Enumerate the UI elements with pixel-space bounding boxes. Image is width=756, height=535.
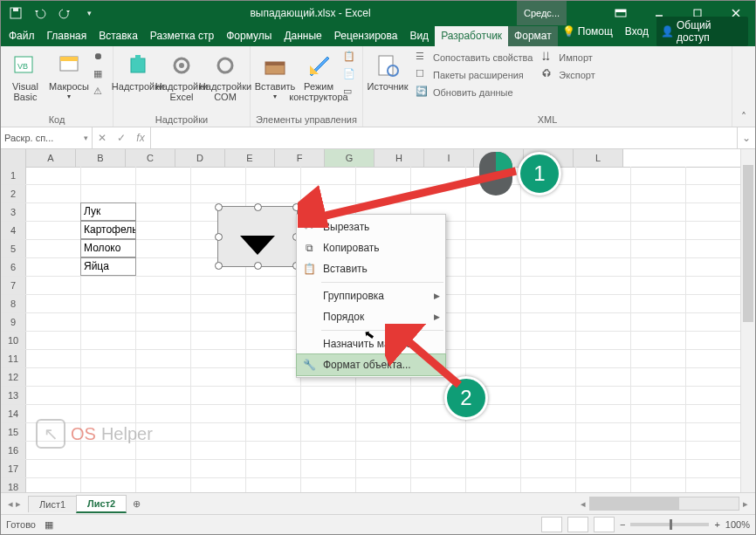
sheet-nav[interactable]: ◂ ▸ — [1, 498, 28, 510]
tab-layout[interactable]: Разметка стр — [144, 26, 220, 46]
cell[interactable] — [631, 295, 686, 312]
row-header[interactable]: 11 — [1, 350, 26, 367]
cell[interactable] — [301, 442, 356, 459]
cell[interactable] — [631, 222, 686, 239]
cell[interactable] — [576, 478, 631, 492]
qat-customize-icon[interactable]: ▾ — [79, 3, 99, 23]
cell[interactable] — [521, 277, 576, 294]
menu-item[interactable]: 🔧Формат объекта... — [297, 354, 445, 375]
resize-handle[interactable] — [254, 203, 262, 211]
cell[interactable] — [81, 350, 136, 367]
properties-button[interactable]: 📋 — [341, 50, 359, 65]
cell[interactable] — [136, 460, 191, 477]
cell[interactable] — [631, 185, 686, 202]
column-header[interactable]: H — [375, 149, 424, 167]
cell[interactable] — [576, 350, 631, 367]
cell[interactable] — [26, 387, 81, 404]
cell[interactable] — [136, 368, 191, 386]
cell[interactable] — [136, 313, 191, 331]
cell[interactable] — [521, 442, 576, 459]
cell[interactable] — [466, 350, 521, 367]
cell[interactable] — [81, 185, 136, 202]
cell[interactable] — [81, 332, 136, 349]
cell[interactable] — [301, 167, 356, 184]
collapse-ribbon-button[interactable]: ˄ — [732, 46, 755, 127]
cell[interactable] — [521, 295, 576, 312]
cell[interactable] — [411, 478, 466, 492]
cell[interactable] — [411, 185, 466, 202]
cell[interactable] — [521, 222, 576, 239]
row-header[interactable]: 16 — [1, 442, 26, 459]
relative-ref-button[interactable]: ▦ — [92, 67, 109, 83]
resize-handle[interactable] — [215, 233, 223, 241]
scrollbar-thumb[interactable] — [743, 165, 753, 322]
cell[interactable] — [191, 442, 246, 459]
page-layout-view-button[interactable] — [567, 517, 588, 532]
cell[interactable] — [246, 405, 301, 422]
column-header[interactable]: B — [76, 149, 126, 167]
cell[interactable] — [521, 460, 576, 477]
row-header[interactable]: 7 — [1, 277, 26, 294]
cell[interactable] — [631, 240, 686, 257]
cell[interactable] — [81, 277, 136, 294]
row-header[interactable]: 4 — [1, 222, 26, 239]
cell[interactable] — [356, 478, 411, 492]
cell[interactable] — [466, 332, 521, 349]
cell[interactable] — [136, 185, 191, 202]
cell[interactable] — [136, 258, 191, 276]
select-all-button[interactable] — [1, 149, 26, 167]
cell[interactable] — [521, 313, 576, 331]
cell[interactable] — [356, 423, 411, 441]
map-props-button[interactable]: ☰Сопоставить свойства — [414, 50, 534, 65]
cell[interactable]: Картофель — [80, 221, 136, 239]
cell[interactable] — [26, 368, 81, 386]
cell[interactable] — [246, 387, 301, 404]
import-button[interactable]: ⮇Импорт — [540, 50, 596, 65]
cell[interactable] — [466, 258, 521, 276]
cell[interactable] — [301, 405, 356, 422]
cell[interactable] — [521, 368, 576, 386]
cell[interactable] — [356, 442, 411, 459]
column-header[interactable]: G — [325, 149, 375, 167]
cell[interactable] — [246, 295, 301, 312]
cell[interactable] — [356, 387, 411, 404]
cell[interactable] — [411, 423, 466, 441]
cell[interactable] — [631, 368, 686, 386]
cell[interactable] — [466, 222, 521, 239]
tab-developer[interactable]: Разработчик — [435, 26, 508, 46]
cell[interactable] — [466, 460, 521, 477]
row-header[interactable]: 2 — [1, 185, 26, 202]
cell[interactable] — [576, 368, 631, 386]
menu-item[interactable]: ✂Вырезать — [297, 216, 445, 237]
cell[interactable] — [356, 405, 411, 422]
cell[interactable] — [191, 423, 246, 441]
row-header[interactable]: 13 — [1, 387, 26, 404]
visual-basic-button[interactable]: VB Visual Basic — [4, 48, 46, 102]
cell[interactable] — [136, 295, 191, 312]
cell[interactable] — [301, 460, 356, 477]
cell[interactable] — [26, 332, 81, 349]
com-addins-button[interactable]: Надстройки COM — [204, 48, 246, 102]
resize-handle[interactable] — [215, 262, 223, 270]
cell[interactable] — [576, 258, 631, 276]
cell[interactable] — [521, 405, 576, 422]
tab-data[interactable]: Данные — [278, 26, 327, 46]
cell[interactable] — [466, 277, 521, 294]
column-header[interactable]: E — [225, 149, 275, 167]
addins-button[interactable]: Надстройки — [117, 48, 159, 92]
design-mode-button[interactable]: Режим конструктора — [298, 48, 340, 102]
cell[interactable] — [136, 203, 191, 221]
cell[interactable] — [191, 313, 246, 331]
name-box[interactable]: Раскр. сп...▾ — [1, 127, 93, 148]
zoom-in-button[interactable]: + — [714, 519, 719, 530]
row-header[interactable]: 1 — [1, 167, 26, 184]
tab-file[interactable]: Файл — [3, 26, 41, 46]
row-header[interactable]: 14 — [1, 405, 26, 422]
column-header[interactable]: I — [424, 149, 474, 167]
sheet-tab-2[interactable]: Лист2 — [76, 495, 127, 513]
cell[interactable] — [521, 423, 576, 441]
cell[interactable] — [81, 295, 136, 312]
cell[interactable] — [576, 387, 631, 404]
cell[interactable]: Лук — [80, 202, 136, 221]
cell[interactable] — [26, 478, 81, 492]
